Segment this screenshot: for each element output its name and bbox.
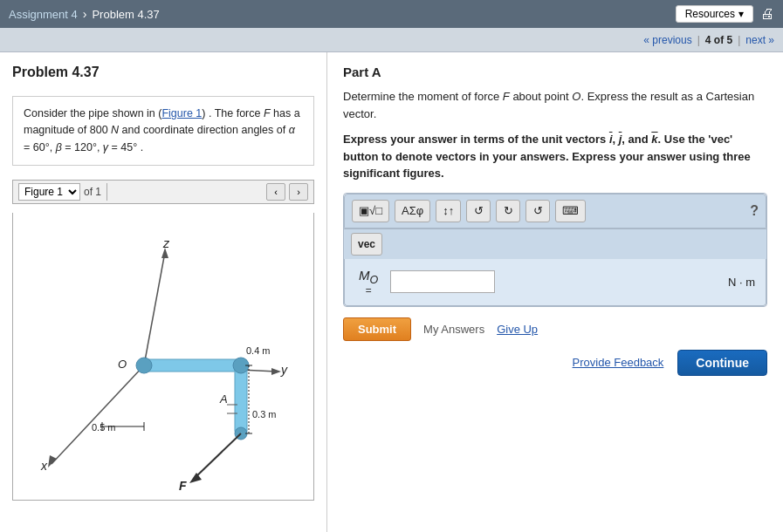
svg-marker-7 [271,368,281,375]
arrows-icon: ↕↑ [443,204,454,217]
svg-text:z: z [162,236,170,250]
figure-prev-btn[interactable]: ‹ [266,183,285,201]
previous-link[interactable]: « previous [643,34,691,46]
problem-title: Problem 4.37 [12,65,314,80]
top-bar-right: Resources ▾ 🖨 [676,5,774,23]
submit-button[interactable]: Submit [343,317,411,341]
arrows-btn[interactable]: ↕↑ [436,200,461,222]
resources-label: Resources [685,8,735,20]
svg-text:F: F [179,479,187,492]
my-answers-label: My Answers [423,323,484,336]
sigma-icon: ΑΣφ [402,204,423,217]
help-question: ? [750,203,759,219]
refresh-icon: ↺ [533,204,543,217]
give-up-link[interactable]: Give Up [497,323,538,336]
svg-text:y: y [280,363,288,377]
keyboard-icon: ⌨ [562,204,579,217]
right-panel: Part A Determine the moment of force F a… [327,52,783,532]
svg-marker-9 [48,455,57,467]
refresh-btn[interactable]: ↺ [525,200,550,222]
left-panel: Problem 4.37 Consider the pipe shown in … [0,52,327,532]
action-row: Submit My Answers Give Up [343,317,767,341]
svg-line-8 [52,365,144,464]
nav-sep-1: | [697,34,700,46]
svg-text:O: O [118,358,127,371]
top-bar: Assignment 4 › Problem 4.37 Resources ▾ … [0,0,783,28]
problem-text-box: Consider the pipe shown in (Figure 1) . … [12,96,314,166]
math-toolbar: ▣√□ ΑΣφ ↕↑ ↺ ↻ ↺ ⌨ [344,194,766,228]
figure-select-wrap: Figure 1 of 1 [13,183,107,201]
figure-nav-btns: ‹ › [261,183,313,201]
svg-line-4 [144,252,165,365]
figure-of: of 1 [84,186,101,198]
breadcrumb-separator: › [83,7,87,21]
nav-bar: « previous | 4 of 5 | next » [0,28,783,52]
svg-point-12 [136,358,152,373]
math-widget: ▣√□ ΑΣφ ↕↑ ↺ ↻ ↺ ⌨ [343,193,767,307]
feedback-row: Provide Feedback Continue [343,350,767,376]
figure-link[interactable]: Figure 1 [161,107,202,119]
page-info: 4 of 5 [705,34,732,46]
figure-next-btn[interactable]: › [289,183,308,201]
svg-text:0.5 m: 0.5 m [92,422,116,433]
figure-svg: z y x O [15,222,312,492]
part-label: Part A [343,65,767,79]
svg-text:0.4 m: 0.4 m [246,345,271,356]
breadcrumb: Assignment 4 › Problem 4.37 [9,7,160,21]
math-eq: = [365,284,371,297]
resources-button[interactable]: Resources ▾ [676,5,753,23]
svg-text:A: A [219,392,228,406]
vec-row: vec [344,228,766,259]
math-input-area: MO = N · m [344,259,766,306]
matrix-sqrt-btn[interactable]: ▣√□ [352,200,389,222]
figure-controls: Figure 1 of 1 ‹ › [12,180,314,204]
svg-rect-10 [144,359,240,372]
math-input-field[interactable] [390,270,495,293]
part-instructions: Express your answer in terms of the unit… [343,131,767,182]
undo-icon: ↺ [474,204,484,217]
next-link[interactable]: next » [745,34,774,46]
problem-label: Problem 4.37 [92,8,159,21]
matrix-icon: ▣√□ [359,204,382,217]
svg-line-25 [194,433,241,479]
svg-marker-26 [189,473,202,483]
undo-btn[interactable]: ↺ [466,200,491,222]
assignment-link[interactable]: Assignment 4 [9,8,78,21]
nav-sep-2: | [738,34,740,46]
provide-feedback-link[interactable]: Provide Feedback [573,356,664,369]
keyboard-btn[interactable]: ⌨ [555,200,586,222]
part-desc: Determine the moment of force F about po… [343,88,767,122]
resources-arrow: ▾ [738,8,744,20]
print-icon[interactable]: 🖨 [760,6,774,22]
continue-button[interactable]: Continue [677,350,767,376]
math-unit: N · m [728,276,755,289]
main-layout: Problem 4.37 Consider the pipe shown in … [0,52,783,532]
math-label-top: MO [359,268,378,286]
redo-btn[interactable]: ↻ [496,200,520,222]
figure-select[interactable]: Figure 1 [18,183,80,201]
math-label: MO = [355,268,381,297]
unit-label: N · m [728,276,755,289]
redo-icon: ↻ [504,204,513,217]
sigma-btn[interactable]: ΑΣφ [395,200,430,222]
svg-text:x: x [40,459,48,473]
svg-text:0.3 m: 0.3 m [252,409,277,419]
figure-image-area: z y x O [12,213,314,501]
vec-button[interactable]: vec [351,233,382,256]
